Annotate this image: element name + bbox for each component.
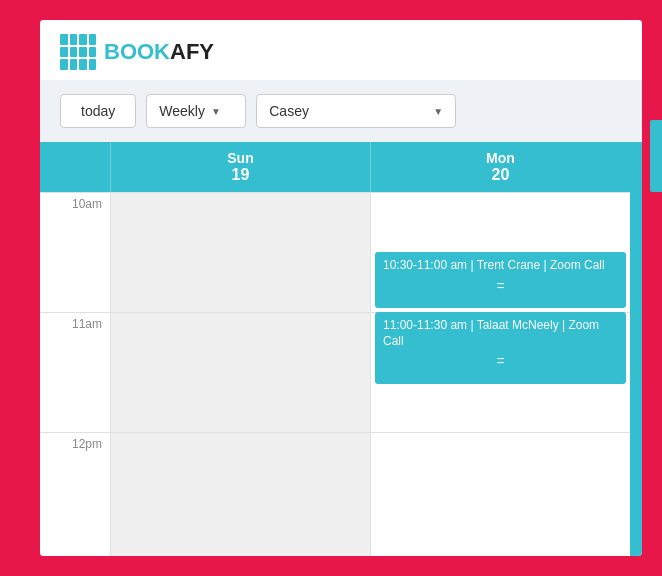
logo-afy: AFY [170,39,214,64]
day-column-sun [110,192,370,556]
logo-text: BOOKAFY [104,39,214,65]
view-select[interactable]: Weekly ▼ [146,94,246,128]
right-day-stub [630,192,642,556]
sun-slot-12pm [111,432,370,552]
staff-select-label: Casey [269,103,309,119]
calendar-header: Sun 19 Mon 20 [40,142,642,192]
time-gutter: 10am 11am 12pm [40,192,110,556]
logo-book: BOOK [104,39,170,64]
day-header-mon: Mon 20 [370,142,630,192]
day-header-sun: Sun 19 [110,142,370,192]
main-container: BOOKAFY today Weekly ▼ Casey ▼ Sun 19 Mo… [40,20,642,556]
event-trent-crane[interactable]: 10:30-11:00 am | Trent Crane | Zoom Call… [375,252,626,308]
time-label-11am: 11am [40,312,110,432]
view-chevron-icon: ▼ [211,106,221,117]
sun-slot-10am [111,192,370,312]
event-talaat-title: 11:00-11:30 am | Talaat McNeely | Zoom C… [383,318,618,349]
toolbar: today Weekly ▼ Casey ▼ [40,80,642,142]
time-label-12pm: 12pm [40,432,110,552]
staff-select[interactable]: Casey ▼ [256,94,456,128]
today-button[interactable]: today [60,94,136,128]
days-container: 10:30-11:00 am | Trent Crane | Zoom Call… [110,192,642,556]
time-gutter-header [40,142,110,192]
time-label-10am: 10am [40,192,110,312]
staff-chevron-icon: ▼ [433,106,443,117]
mon-slot-12pm [371,432,630,552]
event-talaat-mcneely[interactable]: 11:00-11:30 am | Talaat McNeely | Zoom C… [375,312,626,384]
event-trent-equals: = [383,278,618,294]
app-header: BOOKAFY [40,20,642,80]
event-trent-title: 10:30-11:00 am | Trent Crane | Zoom Call [383,258,618,274]
event-talaat-equals: = [383,353,618,369]
sun-slot-11am [111,312,370,432]
view-select-label: Weekly [159,103,205,119]
calendar-body: 10am 11am 12pm [40,192,642,556]
calendar-area: Sun 19 Mon 20 10am 11am 12pm [40,142,642,556]
logo-icon [60,34,96,70]
right-stub [630,142,642,192]
day-column-mon: 10:30-11:00 am | Trent Crane | Zoom Call… [370,192,630,556]
